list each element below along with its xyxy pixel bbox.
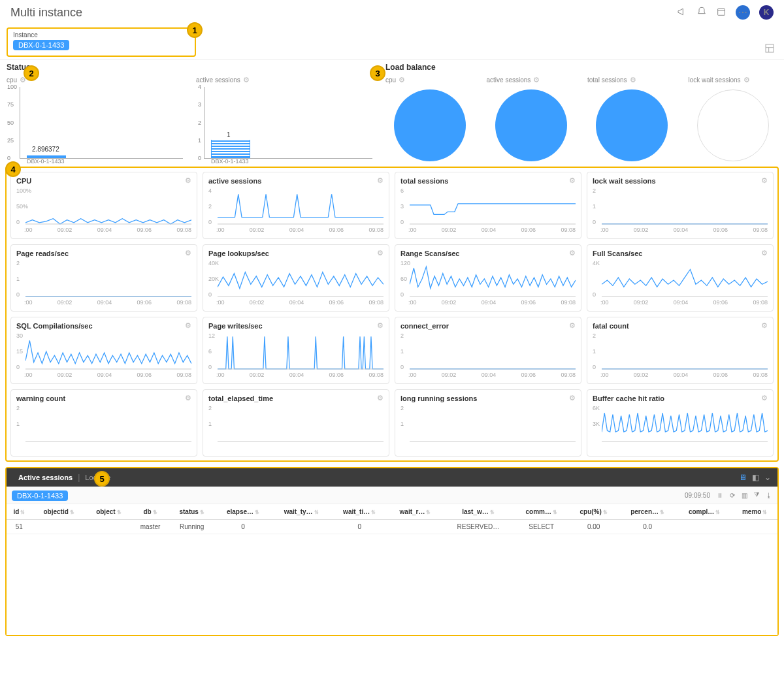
card-fatal-count: fatal count ⚙ 210 :0009:0209:0409:0609:0… [587, 317, 774, 384]
gear-icon[interactable]: ⚙ [377, 321, 384, 330]
screen-icon[interactable]: 🖥 [739, 473, 747, 482]
column-header[interactable]: elapse…⇅ [214, 504, 271, 520]
pie-active-sessions: active sessions ⚙ [487, 76, 576, 161]
gear-icon[interactable]: ⚙ [569, 249, 576, 257]
pie-total-sessions: total sessions ⚙ [587, 76, 677, 161]
sessions-panel: 5 Active sessions | Lock tre 🖥 ◧ ⌄ DBX-0… [5, 467, 779, 636]
gear-icon[interactable]: ⚙ [185, 176, 191, 185]
column-header[interactable]: wait_r…⇅ [388, 504, 443, 520]
column-header[interactable]: memo⇅ [732, 504, 777, 520]
megaphone-icon[interactable] [677, 7, 687, 19]
card-title: fatal count [593, 322, 629, 330]
column-header[interactable]: percen…⇅ [618, 504, 677, 520]
chart-area: 210 :0009:0209:0409:0609:08 [593, 332, 768, 381]
gear-icon[interactable]: ⚙ [761, 394, 768, 402]
bell-icon[interactable] [696, 7, 707, 19]
chart-area: 210 :0009:0209:0409:0609:08 [16, 260, 191, 308]
filter-icon[interactable]: ⧩ [754, 491, 759, 499]
chart-area: 21 [400, 405, 576, 453]
chart-area: 630 :0009:0209:0409:0609:08 [400, 187, 576, 236]
card-long-running-sessions: long running sessions ⚙ 21 [395, 389, 581, 457]
column-header[interactable]: db⇅ [131, 504, 169, 520]
column-header[interactable]: comm…⇅ [514, 504, 569, 520]
svg-rect-0 [718, 8, 725, 15]
card-title: Page writes/sec [208, 322, 263, 330]
card-title: Page reads/sec [16, 249, 69, 257]
column-header[interactable]: status⇅ [169, 504, 215, 520]
sessions-table-scroll[interactable]: id⇅objectid⇅object⇅db⇅status⇅elapse…⇅wai… [7, 504, 777, 635]
chevron-down-icon[interactable]: ⌄ [764, 473, 771, 482]
card-title: Full Scans/sec [593, 249, 642, 257]
gear-icon[interactable]: ⚙ [185, 321, 191, 330]
column-header[interactable]: last_w…⇅ [442, 504, 514, 520]
card-title: active sessions [208, 177, 261, 185]
layout-icon[interactable] [764, 43, 775, 56]
column-header[interactable]: wait_ty…⇅ [271, 504, 331, 520]
gear-icon[interactable]: ⚙ [185, 249, 191, 257]
loadbalance-panel: Load balance cpu ⚙active sessions ⚙total… [385, 63, 777, 161]
card-title: SQL Compilations/sec [16, 322, 93, 330]
gear-icon[interactable]: ⚙ [761, 249, 768, 257]
card-title: Buffer cache hit ratio [593, 394, 664, 402]
avatar[interactable]: K [759, 5, 774, 20]
timestamp: 09:09:50 [685, 492, 710, 499]
card-page-reads-sec: Page reads/sec ⚙ 210 :0009:0209:0409:060… [10, 244, 197, 312]
chart-area: 420 :0009:0209:0409:0609:08 [208, 187, 384, 236]
chart-area: 120600 :0009:0209:0409:0609:08 [400, 260, 576, 308]
gear-icon[interactable]: ⚙ [743, 76, 750, 84]
upper-panels: 2 3 Status cpu ⚙ 100 75 50 25 0 2.896372… [0, 59, 784, 167]
instance-label: Instance [13, 31, 189, 39]
card-range-scans-sec: Range Scans/sec ⚙ 120600 :0009:0209:0409… [395, 244, 581, 312]
callout-3: 3 [370, 65, 385, 81]
panel-icon[interactable]: ◧ [752, 473, 759, 482]
column-header[interactable]: cpu(%)⇅ [569, 504, 618, 520]
chart-area: 4K0 :0009:0209:0409:0609:08 [593, 260, 768, 308]
chart-area: 21 [16, 405, 191, 453]
tab-active-sessions[interactable]: Active sessions [13, 474, 78, 481]
status-sessions-chart: active sessions ⚙ 4 3 2 1 0 1 DBX-0-1-14… [196, 76, 372, 159]
gear-icon[interactable]: ⚙ [630, 76, 636, 84]
card-cpu: CPU ⚙ 100%50%0 :0009:0209:0409:0609:08 [10, 172, 197, 239]
gear-icon[interactable]: ⚙ [377, 176, 384, 185]
gear-icon[interactable]: ⚙ [761, 176, 768, 185]
gear-icon[interactable]: ⚙ [185, 394, 191, 402]
more-icon[interactable]: ⋯ [736, 5, 750, 20]
status-title: Status [7, 63, 372, 72]
gear-icon[interactable]: ⚙ [569, 321, 576, 330]
instance-selector[interactable]: Instance DBX-0-1-1433 [7, 27, 196, 57]
pause-icon[interactable]: ⏸ [717, 492, 723, 499]
refresh-icon[interactable]: ⟳ [730, 492, 735, 499]
card-lock-wait-sessions: lock wait sessions ⚙ 210 :0009:0209:0409… [587, 172, 774, 239]
download-icon[interactable]: ⭳ [766, 492, 772, 499]
sessions-instance-chip[interactable]: DBX-0-1-1433 [12, 490, 68, 501]
table-row[interactable]: 51masterRunning00RESERVED…SELECT0.000.0 [7, 520, 777, 534]
gear-icon[interactable]: ⚙ [377, 249, 384, 257]
pie-lock-wait-sessions: lock wait sessions ⚙ [689, 76, 778, 161]
card-total-elapsed-time: total_elapsed_time ⚙ 21 [203, 389, 389, 457]
gear-icon[interactable]: ⚙ [377, 394, 384, 402]
sessions-tabbar: Active sessions | Lock tre 🖥 ◧ ⌄ [7, 468, 777, 487]
column-header[interactable]: objectid⇅ [32, 504, 86, 520]
card-total-sessions: total sessions ⚙ 630 :0009:0209:0409:060… [395, 172, 581, 239]
instance-chip[interactable]: DBX-0-1-1433 [13, 40, 69, 50]
gear-icon[interactable]: ⚙ [533, 76, 540, 84]
chart-area: 1260 :0009:0209:0409:0609:08 [208, 332, 384, 381]
columns-icon[interactable]: ▥ [742, 492, 747, 499]
column-header[interactable]: compl…⇅ [677, 504, 732, 520]
gear-icon[interactable]: ⚙ [243, 76, 250, 84]
callout-2: 2 [24, 65, 39, 81]
gear-icon[interactable]: ⚙ [399, 76, 405, 84]
calendar-icon[interactable] [716, 7, 727, 19]
pie-cpu: cpu ⚙ [385, 76, 475, 161]
column-header[interactable]: object⇅ [86, 504, 132, 520]
gear-icon[interactable]: ⚙ [569, 176, 576, 185]
gear-icon[interactable]: ⚙ [761, 321, 768, 330]
column-header[interactable]: wait_ti…⇅ [331, 504, 388, 520]
card-page-writes-sec: Page writes/sec ⚙ 1260 :0009:0209:0409:0… [203, 317, 389, 384]
card-warning-count: warning count ⚙ 21 [10, 389, 197, 457]
column-header[interactable]: id⇅ [7, 504, 32, 520]
gear-icon[interactable]: ⚙ [569, 394, 576, 402]
chart-area: 210 :0009:0209:0409:0609:08 [400, 332, 576, 381]
chart-area: 6K3K [593, 405, 768, 453]
card-active-sessions: active sessions ⚙ 420 :0009:0209:0409:06… [203, 172, 389, 239]
